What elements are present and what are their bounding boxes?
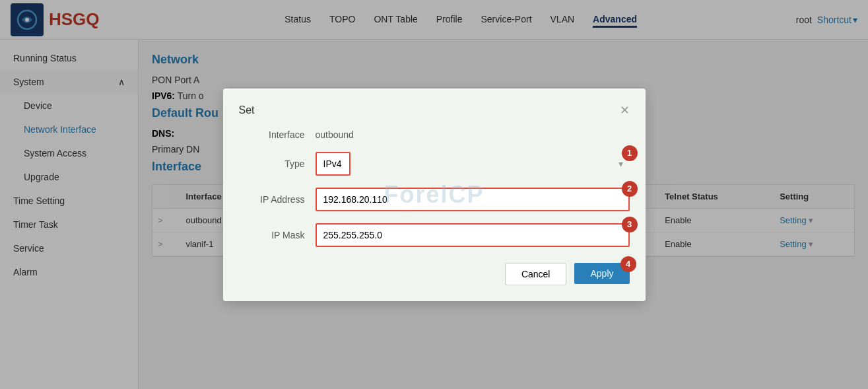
modal-footer: Cancel Apply 4	[239, 263, 630, 285]
type-select[interactable]: IPv4 IPv6	[316, 152, 351, 176]
step-badge-1: 1	[622, 145, 638, 161]
step-badge-3: 3	[622, 217, 638, 232]
modal-close-button[interactable]: ✕	[620, 104, 630, 116]
ip-address-row: IP Address 2	[239, 188, 630, 211]
type-label: Type	[239, 159, 305, 169]
step-badge-2: 2	[622, 181, 638, 197]
interface-value: outbound	[316, 129, 354, 140]
cancel-button[interactable]: Cancel	[505, 263, 567, 285]
modal-title: Set	[239, 104, 255, 116]
ip-address-label: IP Address	[239, 194, 305, 205]
type-select-wrapper: IPv4 IPv6	[316, 152, 630, 176]
apply-wrapper: Apply 4	[574, 263, 629, 285]
interface-row: Interface outbound	[239, 129, 630, 140]
modal-header: Set ✕	[239, 104, 630, 116]
ip-address-input[interactable]	[316, 188, 630, 211]
set-modal: Set ✕ Interface outbound Type IPv4 IPv6 …	[223, 88, 646, 301]
type-row: Type IPv4 IPv6 1	[239, 152, 630, 176]
ip-mask-row: IP Mask 3	[239, 223, 630, 247]
step-badge-4: 4	[620, 256, 636, 272]
interface-label: Interface	[239, 129, 305, 140]
modal-overlay: Set ✕ Interface outbound Type IPv4 IPv6 …	[0, 0, 868, 389]
ip-mask-input[interactable]	[316, 223, 630, 247]
ip-mask-label: IP Mask	[239, 230, 305, 240]
